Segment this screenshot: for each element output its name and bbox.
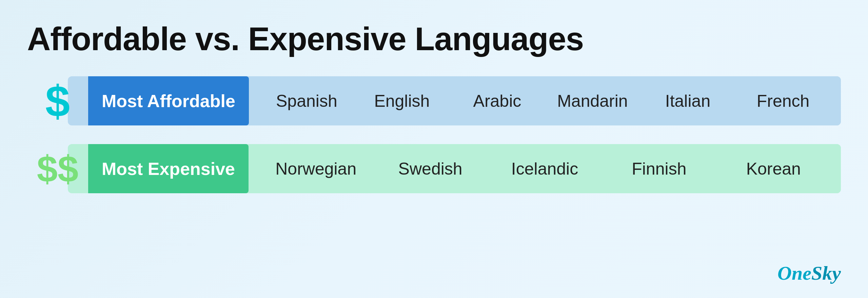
affordable-icon-block: $ [27, 79, 88, 123]
branding-sky: Sky [811, 262, 841, 284]
affordable-label-block: Most Affordable [88, 76, 249, 125]
rows-container: $ Most Affordable Spanish English Arabic… [27, 76, 841, 193]
expensive-languages-bar: Norwegian Swedish Icelandic Finnish Kore… [249, 144, 841, 193]
affordable-row-content: $ Most Affordable Spanish English Arabic… [27, 76, 841, 125]
affordable-dollar-icon: $ [45, 79, 70, 123]
expensive-row: $$ Most Expensive Norwegian Swedish Icel… [27, 144, 841, 193]
affordable-lang-1: Spanish [259, 91, 354, 111]
expensive-lang-5: Korean [716, 159, 831, 179]
expensive-row-content: $$ Most Expensive Norwegian Swedish Icel… [27, 144, 841, 193]
affordable-lang-5: Italian [640, 91, 735, 111]
expensive-lang-2: Swedish [373, 159, 487, 179]
affordable-label: Most Affordable [102, 91, 235, 111]
expensive-dollar-icon: $$ [37, 150, 78, 187]
expensive-lang-4: Finnish [602, 159, 716, 179]
affordable-lang-6: French [735, 91, 831, 111]
branding-logo: OneSky [777, 262, 841, 284]
affordable-lang-2: English [354, 91, 450, 111]
affordable-row-inner: $ Most Affordable Spanish English Arabic… [27, 76, 841, 125]
affordable-row: $ Most Affordable Spanish English Arabic… [27, 76, 841, 125]
page-container: Affordable vs. Expensive Languages $ Mos… [0, 0, 868, 298]
expensive-icon-block: $$ [27, 150, 88, 187]
page-title: Affordable vs. Expensive Languages [27, 20, 841, 58]
affordable-lang-3: Arabic [450, 91, 545, 111]
affordable-languages-bar: Spanish English Arabic Mandarin Italian … [249, 76, 841, 125]
expensive-lang-1: Norwegian [259, 159, 373, 179]
expensive-row-inner: $$ Most Expensive Norwegian Swedish Icel… [27, 144, 841, 193]
branding-one: One [777, 262, 811, 284]
expensive-lang-3: Icelandic [488, 159, 602, 179]
affordable-lang-4: Mandarin [545, 91, 640, 111]
expensive-label-block: Most Expensive [88, 144, 249, 193]
expensive-label: Most Expensive [102, 159, 235, 179]
